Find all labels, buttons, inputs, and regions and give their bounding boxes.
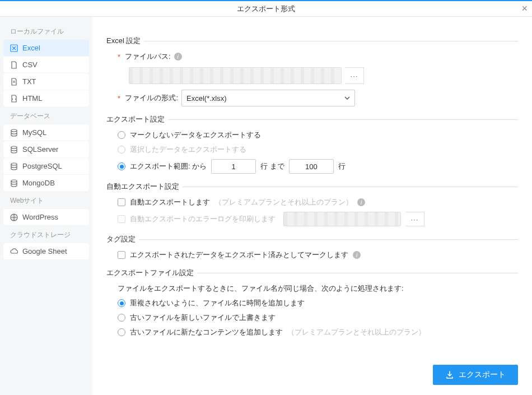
txt-icon: [10, 78, 18, 86]
sidebar-item-label: Excel: [22, 44, 40, 52]
radio-icon: [118, 299, 125, 307]
globe-icon: [10, 213, 18, 221]
radio-dup-overwrite[interactable]: 古いファイルを新しいファイルで上書きます: [118, 313, 518, 323]
sidebar-item-label: CSV: [22, 61, 38, 69]
section-title: タグ設定: [106, 234, 136, 244]
db-icon: [10, 146, 18, 154]
radio-dup-time[interactable]: 重複されないように、ファイル名に時間を追加します: [118, 298, 518, 308]
sidebar: ローカルファイル Excel CSV TXT HTML データベース: [0, 17, 92, 395]
format-value: Excel(*.xlsx): [186, 94, 227, 103]
db-icon: [10, 129, 18, 137]
row-filepath: * ファイルパス: i: [118, 52, 518, 62]
sidebar-item-label: TXT: [22, 77, 36, 86]
checkbox-label: エクスポートされたデータをエクスポート済みとしてマークします: [130, 250, 348, 260]
svg-point-4: [11, 180, 17, 182]
svg-point-3: [11, 163, 17, 165]
radio-range[interactable]: エクスポート範囲: から 行 まで 行: [118, 159, 518, 174]
csv-icon: [10, 61, 18, 69]
layout: ローカルファイル Excel CSV TXT HTML データベース: [0, 17, 532, 395]
radio-label: 古いファイルを新しいファイルで上書きます: [130, 313, 276, 323]
section-auto-legend: 自動エクスポート設定: [106, 182, 518, 192]
sidebar-group-db: データベース: [3, 107, 89, 124]
log-path-input: [283, 212, 401, 226]
range-from-input[interactable]: [211, 159, 256, 174]
format-label: ファイルの形式:: [125, 93, 178, 103]
info-icon[interactable]: i: [353, 251, 361, 259]
radio-icon: [118, 314, 125, 322]
file-desc-text: ファイルをエクスポートするときに、ファイル名が同じ場合、次のように処理されます:: [118, 284, 404, 294]
divider: [144, 41, 518, 41]
check-mark-exported[interactable]: エクスポートされたデータをエクスポート済みとしてマークします i: [118, 250, 518, 260]
section-title: 自動エクスポート設定: [106, 182, 179, 192]
range-mid: 行 まで: [260, 161, 284, 171]
checkbox-icon: [118, 198, 125, 206]
sidebar-item-mongodb[interactable]: MongoDB: [3, 175, 89, 191]
checkbox-label: 自動エクスポートのエラーログを印刷します: [130, 214, 276, 224]
svg-point-2: [11, 146, 17, 148]
export-icon: [445, 370, 454, 379]
footer: エクスポート: [433, 365, 518, 385]
radio-icon: [118, 146, 125, 154]
sidebar-item-postgresql[interactable]: PostgreSQL: [3, 158, 89, 174]
sidebar-group-local: ローカルファイル: [3, 22, 89, 40]
section-export-legend: エクスポート設定: [106, 114, 518, 124]
filepath-input[interactable]: [129, 67, 342, 84]
sidebar-item-label: WordPress: [22, 213, 58, 221]
row-filepath-input: ···: [129, 67, 518, 84]
sidebar-item-label: Google Sheet: [22, 247, 67, 255]
browse-button: ···: [405, 212, 424, 226]
db-icon: [10, 179, 18, 187]
sidebar-item-wordpress[interactable]: WordPress: [3, 209, 89, 225]
radio-icon: [118, 328, 125, 336]
radio-dup-append[interactable]: 古いファイルに新たなコンテンツを追加します （プレミアムプランとそれ以上のプラン…: [118, 327, 518, 337]
section-title: エクスポート設定: [106, 114, 165, 124]
section-title: Excel 設定: [106, 36, 141, 46]
sidebar-item-googlesheet[interactable]: Google Sheet: [3, 243, 89, 259]
divider: [168, 119, 518, 120]
sidebar-item-txt[interactable]: TXT: [3, 73, 89, 90]
titlebar: エクスポート形式 ×: [0, 0, 532, 17]
divider: [183, 187, 518, 187]
export-button[interactable]: エクスポート: [433, 365, 518, 385]
sidebar-item-label: PostgreSQL: [22, 162, 62, 170]
radio-label: マークしないデータをエクスポートする: [130, 130, 261, 140]
sidebar-item-label: HTML: [22, 94, 42, 103]
info-icon[interactable]: i: [174, 53, 182, 61]
radio-selected: 選択したデータをエクスポートする: [118, 145, 518, 155]
plan-note: （プレミアムプランとそれ以上のプラン）: [214, 197, 353, 207]
check-auto-export[interactable]: 自動エクスポートします （プレミアムプランとそれ以上のプラン） i: [118, 197, 518, 207]
checkbox-label: 自動エクスポートします: [130, 197, 210, 207]
radio-label: 重複されないように、ファイル名に時間を追加します: [130, 298, 305, 308]
radio-unmarked[interactable]: マークしないデータをエクスポートする: [118, 130, 518, 140]
html-icon: [10, 95, 18, 103]
radio-label: 選択したデータをエクスポートする: [130, 145, 246, 155]
export-button-label: エクスポート: [459, 370, 506, 380]
check-auto-log: 自動エクスポートのエラーログを印刷します ···: [118, 212, 518, 226]
sidebar-item-csv[interactable]: CSV: [3, 57, 89, 73]
info-icon[interactable]: i: [357, 198, 365, 206]
sidebar-item-label: MongoDB: [22, 179, 55, 187]
divider: [197, 273, 518, 273]
sidebar-item-label: MySQL: [22, 128, 46, 137]
sidebar-item-label: SQLServer: [22, 145, 58, 154]
section-tag-legend: タグ設定: [106, 234, 518, 244]
browse-button[interactable]: ···: [345, 67, 364, 84]
cloud-icon: [10, 248, 18, 255]
svg-point-1: [11, 129, 17, 132]
dialog-title: エクスポート形式: [237, 4, 295, 14]
filepath-label: ファイルパス:: [125, 52, 171, 62]
row-format: * ファイルの形式: Excel(*.xlsx): [118, 90, 518, 106]
sidebar-item-excel[interactable]: Excel: [3, 40, 89, 56]
format-select[interactable]: Excel(*.xlsx): [181, 90, 355, 106]
sidebar-item-html[interactable]: HTML: [3, 90, 89, 106]
section-excel-legend: Excel 設定: [106, 36, 518, 46]
checkbox-icon: [118, 251, 125, 259]
section-title: エクスポートファイル設定: [106, 268, 194, 278]
close-icon[interactable]: ×: [521, 3, 528, 13]
main-panel: Excel 設定 * ファイルパス: i ··· * ファイルの形式: Exce…: [92, 17, 532, 395]
sidebar-item-sqlserver[interactable]: SQLServer: [3, 141, 89, 157]
range-suffix: 行: [338, 161, 346, 171]
range-to-input[interactable]: [289, 159, 334, 174]
sidebar-item-mysql[interactable]: MySQL: [3, 124, 89, 141]
range-prefix: エクスポート範囲: から: [130, 161, 207, 171]
